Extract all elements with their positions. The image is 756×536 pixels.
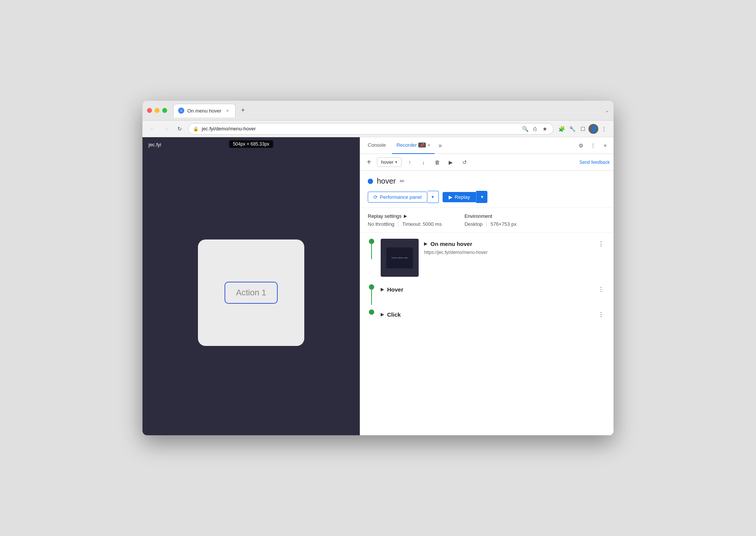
replay-settings-label-row: Replay settings ▶ — [368, 213, 442, 219]
dimensions-label: 576×753 px — [490, 221, 516, 227]
dimension-tooltip: 504px × 685.33px — [229, 140, 273, 148]
performance-panel-button[interactable]: ⟳ Performance panel — [368, 192, 427, 203]
step-1-timeline — [368, 239, 375, 259]
recorder-tab-close[interactable]: × — [427, 143, 430, 148]
back-button[interactable]: ← — [147, 124, 158, 134]
address-bar[interactable]: 🔒 jec.fyi/demo/menu-hover 🔍 ⎙ ★ — [188, 123, 554, 135]
recorder-dropdown-label: hover — [381, 159, 394, 165]
recording-title: hover — [377, 177, 396, 186]
recording-header: hover ✏ ⟳ Performance panel ▾ ▶ — [360, 171, 614, 208]
thumb-inner: hover demo site — [386, 247, 413, 268]
recorder-download-button[interactable]: ↓ — [418, 157, 429, 168]
main-content: 504px × 685.33px jec.fyi Action 1 Consol… — [142, 137, 614, 435]
menu-icon[interactable]: ⋮ — [599, 124, 609, 134]
step-1-more-button[interactable]: ⋮ — [596, 239, 606, 249]
step-2-timeline — [368, 284, 375, 305]
perf-panel-icon: ⟳ — [373, 194, 378, 200]
maximize-traffic-light[interactable] — [162, 108, 167, 113]
address-icons: 🔍 ⎙ ★ — [521, 125, 549, 133]
step-item-2: ▶ Hover ⋮ — [368, 284, 606, 309]
extension-icon-2[interactable]: 🔧 — [567, 124, 577, 134]
step-1-content: hover demo site ▶ On menu hover ⋮ https:… — [381, 239, 606, 284]
extension-icon-1[interactable]: 🧩 — [557, 124, 566, 134]
step-3-title: Click — [387, 311, 401, 318]
step-2-title: Hover — [387, 286, 403, 293]
edit-title-icon[interactable]: ✏ — [400, 178, 405, 185]
step-3-more-button[interactable]: ⋮ — [596, 309, 606, 319]
tab-bar: J On menu hover × + — [173, 104, 602, 117]
lock-icon: 🔒 — [193, 126, 199, 132]
recorder-play-button[interactable]: ▶ — [446, 157, 456, 168]
step-1-main: hover demo site ▶ On menu hover ⋮ https:… — [381, 239, 606, 277]
traffic-lights — [147, 108, 167, 113]
tab-console[interactable]: Console — [363, 137, 391, 154]
settings-divider — [398, 222, 399, 227]
step-3-chevron-icon[interactable]: ▶ — [381, 312, 384, 317]
send-feedback-link[interactable]: Send feedback — [579, 160, 610, 165]
minimize-traffic-light[interactable] — [155, 108, 160, 113]
step-3-content: ▶ Click ⋮ — [381, 309, 606, 327]
reload-button[interactable]: ↻ — [174, 124, 185, 134]
profile-icon[interactable]: 👤 — [588, 124, 598, 134]
devtools-more-button[interactable]: ⋮ — [588, 140, 598, 151]
bookmark-icon[interactable]: ★ — [541, 125, 549, 133]
replay-button[interactable]: ▶ Replay — [443, 192, 476, 202]
nav-bar: ← → ↻ 🔒 jec.fyi/demo/menu-hover 🔍 ⎙ ★ 🧩 … — [142, 121, 614, 137]
title-bar: J On menu hover × + ⌄ — [142, 101, 614, 121]
site-label: jec.fyi — [149, 142, 161, 147]
more-tabs-button[interactable]: » — [436, 141, 444, 151]
tab-recorder[interactable]: Recorder 📌 × — [392, 137, 435, 154]
step-3-timeline — [368, 309, 375, 315]
share-icon[interactable]: ⎙ — [531, 125, 539, 133]
step-2-chevron-icon[interactable]: ▶ — [381, 287, 384, 292]
action-button[interactable]: Action 1 — [225, 282, 278, 304]
browser-tab[interactable]: J On menu hover × — [173, 104, 236, 117]
replay-settings-chevron-icon[interactable]: ▶ — [404, 214, 407, 219]
replay-settings-label: Replay settings — [368, 213, 402, 219]
no-throttling-label: No throttling — [368, 221, 394, 227]
tab-close-button[interactable]: × — [225, 108, 231, 114]
recorder-toolbar: + hover ▾ ↑ ↓ 🗑 ▶ ↺ Send feedback — [360, 154, 614, 171]
recording-actions: ⟳ Performance panel ▾ ▶ Replay ▾ — [368, 191, 606, 203]
timeout-label: Timeout: 5000 ms — [402, 221, 442, 227]
extension-icon-3[interactable]: ☐ — [578, 124, 588, 134]
new-tab-button[interactable]: + — [238, 105, 248, 116]
recorder-speed-button[interactable]: ↺ — [459, 157, 470, 168]
step-1-url: https://jec.fyi/demo/menu-hover — [424, 250, 606, 255]
devtools-close-button[interactable]: × — [600, 140, 610, 151]
recording-status-dot — [368, 179, 373, 184]
close-traffic-light[interactable] — [147, 108, 152, 113]
recorder-upload-button[interactable]: ↑ — [405, 157, 415, 168]
recorder-delete-button[interactable]: 🗑 — [432, 157, 443, 168]
tab-favicon: J — [178, 108, 184, 114]
replay-dropdown-button[interactable]: ▾ — [476, 191, 487, 203]
step-1-dot — [369, 239, 374, 244]
step-3-dot — [369, 309, 374, 315]
step-2-dot — [369, 284, 374, 290]
environment-label: Environment — [465, 213, 517, 219]
tab-title: On menu hover — [187, 108, 221, 114]
search-icon[interactable]: 🔍 — [521, 125, 529, 133]
environment-col: Environment Desktop 576×753 px — [465, 213, 517, 227]
perf-panel-dropdown-button[interactable]: ▾ — [427, 191, 439, 203]
step-item-3: ▶ Click ⋮ — [368, 309, 606, 327]
env-divider — [486, 222, 487, 227]
step-2-line — [371, 290, 372, 305]
page-content: Action 1 — [142, 152, 360, 433]
forward-button[interactable]: → — [161, 124, 171, 134]
recorder-add-button[interactable]: + — [364, 157, 374, 167]
page-area: 504px × 685.33px jec.fyi Action 1 — [142, 137, 360, 435]
recorder-dropdown[interactable]: hover ▾ — [377, 157, 402, 167]
step-2-content: ▶ Hover ⋮ — [381, 284, 606, 309]
devtools-settings-button[interactable]: ⚙ — [576, 140, 586, 151]
step-1-title: On menu hover — [430, 241, 472, 247]
browser-window: J On menu hover × + ⌄ ← → ↻ 🔒 jec.fyi/de… — [142, 101, 614, 435]
recording-title-row: hover ✏ — [368, 177, 606, 186]
replay-icon: ▶ — [449, 194, 452, 200]
step-1-chevron-icon[interactable]: ▶ — [424, 241, 427, 246]
step-1-title-row: ▶ On menu hover ⋮ — [424, 239, 606, 249]
replay-settings-section: Replay settings ▶ No throttling Timeout:… — [360, 208, 614, 233]
replay-settings-values: No throttling Timeout: 5000 ms — [368, 221, 442, 227]
step-2-more-button[interactable]: ⋮ — [596, 284, 606, 294]
window-controls: ⌄ — [605, 108, 609, 113]
